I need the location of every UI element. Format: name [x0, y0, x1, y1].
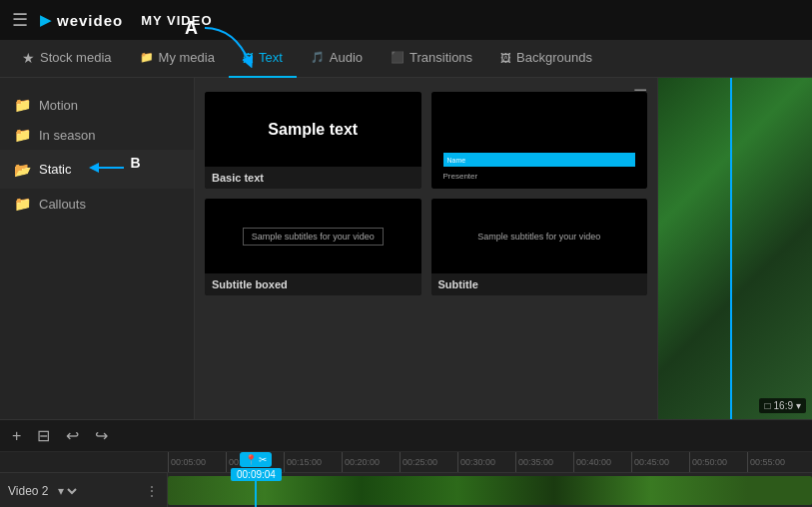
- preview-panel: □ 16:9 ▾: [657, 78, 812, 419]
- text-template-grid: Sample text Basic text Name Presenter Lo…: [205, 92, 647, 295]
- lower-third-bar: Name: [443, 153, 636, 167]
- sidebar-label-inseason: In season: [39, 128, 95, 143]
- card-label-subtitle: Subtitle: [431, 273, 648, 295]
- card-thumb-subtitle-boxed: Sample subtitles for your video: [205, 199, 421, 273]
- ruler-mark-1: 00:10:00: [226, 452, 284, 472]
- logo-text: wevideo: [57, 12, 123, 29]
- audio-icon: 🎵: [311, 51, 325, 64]
- lower-third-subtitle: Presenter: [443, 172, 478, 181]
- backgrounds-icon: 🖼: [500, 52, 511, 64]
- sidebar-item-motion[interactable]: 📁 Motion: [0, 90, 194, 120]
- undo-button[interactable]: ↩: [62, 424, 83, 447]
- add-track-button[interactable]: +: [8, 425, 25, 447]
- track-label-video2: Video 2: [8, 484, 48, 498]
- card-thumb-lower-third: Name Presenter: [431, 92, 648, 189]
- track-content-video2: [168, 473, 812, 507]
- transitions-icon: ⬛: [391, 51, 405, 64]
- grid-area: ☰ Sample text Basic text Name Presenter …: [195, 78, 657, 419]
- sidebar-label-static: Static: [39, 162, 72, 177]
- aspect-icon: □: [764, 400, 770, 411]
- ruler-mark-9: 00:50:00: [689, 452, 747, 472]
- subtitle-text: Sample subtitles for your video: [477, 232, 600, 242]
- annotation-b-label: B: [130, 155, 140, 171]
- card-thumb-subtitle: Sample subtitles for your video: [431, 199, 648, 273]
- track-row-video2: Video 2 ▾ ⋮: [0, 472, 812, 507]
- sidebar-item-callouts[interactable]: 📁 Callouts: [0, 189, 194, 219]
- aspect-ratio-badge[interactable]: □ 16:9 ▾: [759, 398, 806, 413]
- subtitle-box: Sample subtitles for your video: [243, 228, 384, 246]
- logo: ▶ wevideo: [40, 12, 123, 29]
- ruler-mark-7: 00:40:00: [573, 452, 631, 472]
- clip-thumbnail: [168, 476, 812, 505]
- card-subtitle-boxed[interactable]: Sample subtitles for your video Subtitle…: [205, 199, 421, 295]
- card-subtitle[interactable]: Sample subtitles for your video Subtitle: [431, 199, 648, 295]
- timeline-controls: + ⊟ ↩ ↪: [0, 420, 812, 452]
- subtitle-bg: Sample subtitles for your video: [431, 199, 648, 273]
- folder-icon-inseason: 📁: [14, 127, 31, 143]
- project-title: MY VIDEO: [141, 13, 212, 28]
- folder-icon-callouts: 📁: [14, 196, 31, 212]
- track-clip-video2[interactable]: [168, 476, 812, 505]
- stock-media-icon: ★: [22, 50, 35, 66]
- card-label-subtitle-boxed: Subtitle boxed: [205, 273, 421, 295]
- sample-text-label: Sample text: [268, 121, 358, 139]
- ruler-mark-8: 00:45:00: [631, 452, 689, 472]
- redo-button[interactable]: ↪: [91, 424, 112, 447]
- tab-backgrounds[interactable]: 🖼 Backgrounds: [486, 40, 606, 78]
- ruler-mark-2: 00:15:00: [284, 452, 342, 472]
- tab-transitions[interactable]: ⬛ Transitions: [377, 40, 486, 78]
- card-thumb-basic-text: Sample text: [205, 92, 421, 167]
- text-tab-icon: 🖼: [243, 52, 254, 64]
- ruler-mark-5: 00:30:00: [457, 452, 515, 472]
- sidebar: 📁 Motion 📁 In season 📂 Static B: [0, 78, 195, 419]
- tab-stock-media[interactable]: ★ Stock media: [8, 40, 126, 78]
- folder-icon-motion: 📁: [14, 97, 31, 113]
- card-label-basic-text: Basic text: [205, 167, 421, 189]
- subtitle-boxed-text: Sample subtitles for your video: [252, 232, 375, 242]
- subtitle-boxed-bg: Sample subtitles for your video: [205, 199, 421, 273]
- ruler-mark-4: 00:25:00: [400, 452, 457, 472]
- tabbar: ★ Stock media 📁 My media 🖼 Text 🎵 Audio …: [0, 40, 812, 78]
- track-dropdown-video2[interactable]: ▾: [54, 483, 80, 499]
- timeline-track-area: 00:05:00 00:10:00 00:15:00 00:20:00 00:2…: [0, 452, 812, 507]
- preview-playhead-line: [730, 78, 732, 419]
- ruler-mark-3: 00:20:00: [342, 452, 400, 472]
- track-more-button[interactable]: ⋮: [145, 483, 159, 499]
- track-label-area: Video 2 ▾ ⋮: [0, 473, 168, 507]
- preview-background: □ 16:9 ▾: [658, 78, 812, 419]
- topbar: ☰ ▶ wevideo MY VIDEO A: [0, 0, 812, 40]
- tab-text[interactable]: 🖼 Text: [229, 40, 297, 78]
- ruler-mark-0: 00:05:00: [168, 452, 226, 472]
- lower-third-bar-text: Name: [443, 157, 470, 164]
- timeline-ruler: 00:05:00 00:10:00 00:15:00 00:20:00 00:2…: [0, 452, 812, 472]
- my-media-icon: 📁: [140, 51, 154, 64]
- card-lower-third[interactable]: Name Presenter Lower third: [431, 92, 648, 189]
- hamburger-menu[interactable]: ☰: [12, 9, 28, 31]
- track-toggle-button[interactable]: ⊟: [33, 424, 54, 447]
- tab-my-media[interactable]: 📁 My media: [126, 40, 229, 78]
- sidebar-item-static[interactable]: 📂 Static B: [0, 150, 194, 189]
- timeline: + ⊟ ↩ ↪ 00:05:00 00:10:00 00:15:00 00:20…: [0, 419, 812, 507]
- card-basic-text[interactable]: Sample text Basic text: [205, 92, 421, 189]
- sidebar-label-motion: Motion: [39, 98, 78, 113]
- logo-play-icon: ▶: [40, 12, 51, 28]
- ruler-mark-6: 00:35:00: [515, 452, 573, 472]
- aspect-chevron-icon: ▾: [796, 400, 801, 411]
- sidebar-label-callouts: Callouts: [39, 197, 86, 212]
- folder-icon-static: 📂: [14, 162, 31, 178]
- aspect-ratio-label: 16:9: [774, 400, 793, 411]
- tab-audio[interactable]: 🎵 Audio: [297, 40, 377, 78]
- sidebar-item-inseason[interactable]: 📁 In season: [0, 120, 194, 150]
- annotation-b: B: [84, 157, 139, 182]
- ruler-marks: 00:05:00 00:10:00 00:15:00 00:20:00 00:2…: [168, 452, 805, 472]
- main-content: 📁 Motion 📁 In season 📂 Static B: [0, 78, 812, 419]
- ruler-mark-10: 00:55:00: [747, 452, 805, 472]
